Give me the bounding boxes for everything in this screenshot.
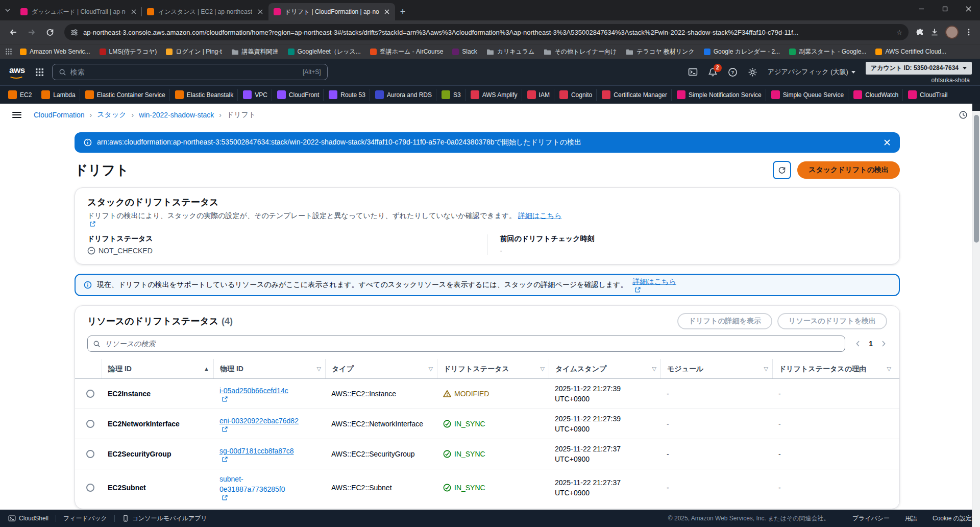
- cloudshell-icon[interactable]: [688, 67, 698, 77]
- extensions-puzzle-icon[interactable]: [915, 28, 924, 37]
- resource-search[interactable]: [87, 336, 845, 352]
- mobile-app-link[interactable]: コンソールモバイルアプリ: [122, 514, 207, 523]
- history-icon[interactable]: [959, 110, 968, 119]
- address-bar[interactable]: ap-northeast-3.console.aws.amazon.com/cl…: [64, 24, 909, 40]
- browser-tab[interactable]: ダッシュボード | CloudTrail | ap-no: [15, 3, 142, 20]
- physical-id-link[interactable]: subnet-0e31887a7736285f0: [219, 485, 319, 501]
- column-header-logical-id[interactable]: 論理 ID▲: [102, 359, 213, 378]
- service-shortcut-cloudfront[interactable]: CloudFront: [273, 89, 324, 101]
- browser-tab[interactable]: インスタンス | EC2 | ap-northeast-: [142, 3, 268, 20]
- current-page[interactable]: 1: [869, 340, 873, 348]
- side-nav-hamburger-icon[interactable]: [12, 112, 21, 118]
- maximize-icon[interactable]: [933, 0, 957, 17]
- region-selector[interactable]: アジアパシフィック (大阪): [768, 67, 855, 77]
- breadcrumb-stack-name[interactable]: win-2022-shadow-stack: [139, 111, 214, 119]
- bookmark-folder[interactable]: テラコヤ 教材リンク: [622, 46, 698, 57]
- bookmark-item[interactable]: 副業スタート - Google...: [786, 46, 870, 57]
- privacy-link[interactable]: プライバシー: [852, 514, 890, 523]
- close-window-icon[interactable]: [957, 0, 980, 17]
- service-shortcut-sns[interactable]: Simple Notification Service: [673, 89, 766, 101]
- column-header-drift-status[interactable]: ドリフトステータス▽: [437, 359, 549, 378]
- physical-id-link[interactable]: sg-00d7181ccb8fa87c8: [219, 447, 319, 463]
- row-radio[interactable]: [86, 420, 94, 428]
- scrollbar[interactable]: [972, 104, 980, 527]
- next-page-icon[interactable]: [880, 340, 887, 347]
- column-header-module[interactable]: モジュール▽: [660, 359, 772, 378]
- physical-id-link[interactable]: i-05ad250b66cefd14c: [219, 387, 319, 402]
- bookmark-item[interactable]: Google カレンダー - 2...: [700, 46, 784, 57]
- bookmark-item[interactable]: Amazon Web Servic...: [16, 46, 94, 57]
- chevron-down-icon[interactable]: [0, 0, 15, 20]
- account-id-badge[interactable]: アカウント ID: 5350-0284-7634: [866, 62, 972, 75]
- sort-caret-icon[interactable]: ▽: [317, 364, 321, 373]
- sort-caret-icon[interactable]: ▽: [764, 364, 768, 373]
- aws-logo[interactable]: aws: [8, 65, 27, 79]
- service-shortcut-acm[interactable]: Certificate Manager: [598, 89, 672, 101]
- service-shortcut-lambda[interactable]: Lambda: [37, 89, 80, 101]
- bookmark-item[interactable]: AWS Certified Cloud...: [872, 46, 950, 57]
- bookmark-item[interactable]: 受講ホーム - AirCourse: [366, 46, 447, 57]
- breadcrumb-stacks[interactable]: スタック: [97, 110, 126, 119]
- service-shortcut-cognito[interactable]: Cognito: [555, 89, 597, 101]
- feedback-button[interactable]: フィードバック: [63, 514, 107, 523]
- prev-page-icon[interactable]: [854, 340, 862, 347]
- physical-id-link[interactable]: eni-00320922ebac76d82: [219, 417, 319, 433]
- bookmark-item[interactable]: LMS(侍テラコヤ): [96, 46, 161, 57]
- column-header-type[interactable]: タイプ▽: [325, 359, 437, 378]
- column-header-reason[interactable]: ドリフトステータスの理由▽: [772, 359, 895, 378]
- close-tab-icon[interactable]: [383, 8, 391, 16]
- new-tab-button[interactable]: +: [395, 3, 410, 20]
- close-icon[interactable]: [884, 139, 891, 146]
- bookmark-folder[interactable]: その他トレイナー向け: [540, 46, 620, 57]
- service-shortcut-beanstalk[interactable]: Elastic Beanstalk: [171, 89, 238, 101]
- service-shortcut-cloudwatch[interactable]: CloudWatch: [849, 89, 903, 101]
- sort-ascending-icon[interactable]: ▲: [204, 364, 209, 373]
- learn-more-link[interactable]: 詳細はこちら: [632, 277, 676, 293]
- column-header-timestamp[interactable]: タイムスタンプ▽: [549, 359, 660, 378]
- view-drift-details-button[interactable]: ドリフトの詳細を表示: [677, 313, 772, 329]
- downloads-icon[interactable]: [930, 28, 939, 37]
- row-radio[interactable]: [86, 390, 94, 398]
- sort-caret-icon[interactable]: ▽: [652, 364, 656, 373]
- back-icon[interactable]: [5, 24, 21, 40]
- site-settings-tune-icon[interactable]: [70, 29, 78, 36]
- service-shortcut-amplify[interactable]: AWS Amplify: [467, 89, 522, 101]
- row-radio[interactable]: [86, 450, 94, 458]
- cookie-settings-link[interactable]: Cookie の設定: [933, 514, 972, 523]
- service-shortcut-rds[interactable]: Aurora and RDS: [371, 89, 436, 101]
- reload-icon[interactable]: [42, 24, 58, 40]
- breadcrumb-cloudformation[interactable]: CloudFormation: [34, 111, 85, 119]
- sort-caret-icon[interactable]: ▽: [541, 364, 545, 373]
- bookmark-folder[interactable]: 講義資料関連: [228, 46, 282, 57]
- row-radio[interactable]: [86, 484, 94, 492]
- apps-grid-icon[interactable]: [5, 48, 12, 55]
- bookmark-item[interactable]: ログイン | Ping-t: [162, 46, 225, 57]
- bookmark-star-icon[interactable]: ☆: [896, 29, 902, 36]
- service-shortcut-cloudtrail[interactable]: CloudTrail: [904, 89, 951, 101]
- service-shortcut-iam[interactable]: IAM: [523, 89, 554, 101]
- cloudshell-footer-button[interactable]: CloudShell: [8, 515, 48, 522]
- service-shortcut-ecs[interactable]: Elastic Container Service: [81, 89, 170, 101]
- minimize-icon[interactable]: [910, 0, 933, 17]
- forward-icon[interactable]: [23, 24, 40, 40]
- resource-search-input[interactable]: [105, 340, 840, 348]
- bookmark-item[interactable]: GoogleMeet（レッス...: [284, 46, 364, 57]
- service-shortcut-vpc[interactable]: VPC: [239, 89, 272, 101]
- console-search[interactable]: [Alt+S]: [52, 64, 328, 80]
- bookmark-item[interactable]: Slack: [449, 46, 480, 57]
- close-tab-icon[interactable]: [256, 8, 264, 16]
- detect-resource-drift-button[interactable]: リソースのドリフトを検出: [777, 313, 887, 329]
- scrollbar-thumb[interactable]: [974, 115, 979, 243]
- sort-caret-icon[interactable]: ▽: [429, 364, 433, 373]
- profile-avatar[interactable]: [945, 26, 959, 39]
- refresh-button[interactable]: [773, 161, 791, 179]
- services-grid-icon[interactable]: [35, 68, 44, 77]
- service-shortcut-route53[interactable]: Route 53: [325, 89, 370, 101]
- service-shortcut-ec2[interactable]: EC2: [4, 89, 36, 101]
- bookmark-folder[interactable]: カリキュラム: [483, 46, 538, 57]
- service-shortcut-s3[interactable]: S3: [437, 89, 465, 101]
- notifications-bell-icon[interactable]: 2: [708, 67, 718, 77]
- service-shortcut-sqs[interactable]: Simple Queue Service: [767, 89, 848, 101]
- sort-caret-icon[interactable]: ▽: [887, 364, 891, 373]
- settings-gear-icon[interactable]: [748, 67, 757, 77]
